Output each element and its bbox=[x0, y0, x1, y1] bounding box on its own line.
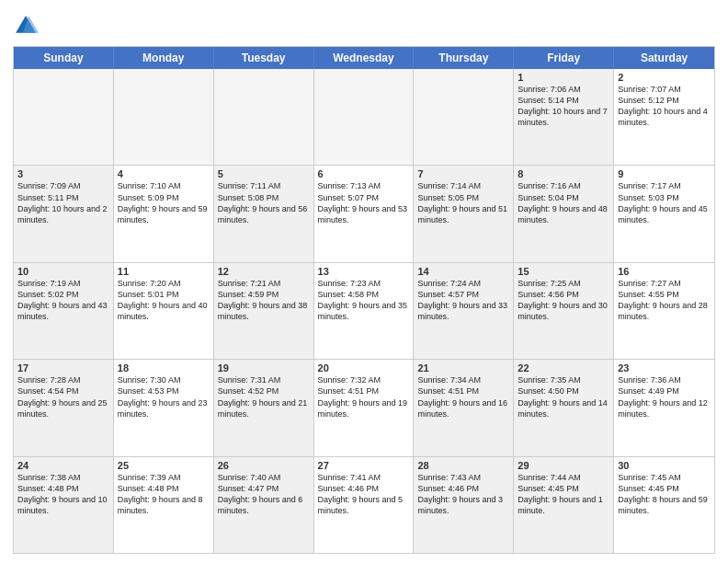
cell-info: Sunrise: 7:35 AM Sunset: 4:50 PM Dayligh… bbox=[518, 374, 609, 419]
day-number: 8 bbox=[518, 168, 609, 179]
day-number: 25 bbox=[118, 460, 210, 471]
cell-info: Sunrise: 7:13 AM Sunset: 5:07 PM Dayligh… bbox=[318, 180, 410, 225]
calendar-cell: 25Sunrise: 7:39 AM Sunset: 4:48 PM Dayli… bbox=[114, 457, 214, 553]
cell-info: Sunrise: 7:38 AM Sunset: 4:48 PM Dayligh… bbox=[17, 472, 109, 517]
day-number: 13 bbox=[318, 266, 410, 277]
header bbox=[13, 9, 715, 39]
cell-info: Sunrise: 7:17 AM Sunset: 5:03 PM Dayligh… bbox=[618, 180, 711, 225]
day-number: 30 bbox=[618, 460, 711, 471]
calendar-row-1: 3Sunrise: 7:09 AM Sunset: 5:11 PM Daylig… bbox=[14, 166, 714, 262]
cell-info: Sunrise: 7:21 AM Sunset: 4:59 PM Dayligh… bbox=[218, 278, 310, 323]
day-number: 6 bbox=[318, 168, 410, 179]
cell-info: Sunrise: 7:30 AM Sunset: 4:53 PM Dayligh… bbox=[118, 374, 210, 419]
cell-info: Sunrise: 7:20 AM Sunset: 5:01 PM Dayligh… bbox=[118, 278, 210, 323]
day-number: 22 bbox=[518, 362, 609, 373]
calendar-row-2: 10Sunrise: 7:19 AM Sunset: 5:02 PM Dayli… bbox=[14, 263, 714, 360]
calendar-cell: 10Sunrise: 7:19 AM Sunset: 5:02 PM Dayli… bbox=[14, 263, 114, 359]
calendar-header-wednesday: Wednesday bbox=[314, 47, 415, 69]
calendar-cell: 9Sunrise: 7:17 AM Sunset: 5:03 PM Daylig… bbox=[614, 166, 714, 261]
day-number: 27 bbox=[318, 460, 410, 471]
calendar-cell: 24Sunrise: 7:38 AM Sunset: 4:48 PM Dayli… bbox=[14, 457, 114, 553]
cell-info: Sunrise: 7:36 AM Sunset: 4:49 PM Dayligh… bbox=[618, 374, 711, 419]
calendar: SundayMondayTuesdayWednesdayThursdayFrid… bbox=[13, 46, 715, 554]
cell-info: Sunrise: 7:10 AM Sunset: 5:09 PM Dayligh… bbox=[118, 180, 210, 225]
calendar-cell: 30Sunrise: 7:45 AM Sunset: 4:45 PM Dayli… bbox=[614, 457, 714, 553]
calendar-cell: 29Sunrise: 7:44 AM Sunset: 4:45 PM Dayli… bbox=[514, 457, 614, 553]
calendar-header-saturday: Saturday bbox=[614, 47, 714, 69]
day-number: 29 bbox=[518, 460, 609, 471]
day-number: 9 bbox=[618, 168, 711, 179]
calendar-cell: 15Sunrise: 7:25 AM Sunset: 4:56 PM Dayli… bbox=[514, 263, 614, 359]
calendar-cell: 2Sunrise: 7:07 AM Sunset: 5:12 PM Daylig… bbox=[614, 69, 714, 165]
logo bbox=[13, 9, 42, 39]
calendar-cell: 12Sunrise: 7:21 AM Sunset: 4:59 PM Dayli… bbox=[214, 263, 314, 359]
calendar-row-3: 17Sunrise: 7:28 AM Sunset: 4:54 PM Dayli… bbox=[14, 360, 714, 456]
day-number: 16 bbox=[618, 266, 711, 277]
day-number: 1 bbox=[518, 72, 609, 83]
calendar-body: 1Sunrise: 7:06 AM Sunset: 5:14 PM Daylig… bbox=[14, 69, 714, 553]
cell-info: Sunrise: 7:23 AM Sunset: 4:58 PM Dayligh… bbox=[318, 278, 410, 323]
cell-info: Sunrise: 7:27 AM Sunset: 4:55 PM Dayligh… bbox=[618, 278, 711, 323]
cell-info: Sunrise: 7:09 AM Sunset: 5:11 PM Dayligh… bbox=[17, 180, 109, 225]
calendar-cell: 21Sunrise: 7:34 AM Sunset: 4:51 PM Dayli… bbox=[414, 360, 514, 455]
day-number: 23 bbox=[618, 362, 711, 373]
page: SundayMondayTuesdayWednesdayThursdayFrid… bbox=[0, 0, 728, 563]
calendar-header-thursday: Thursday bbox=[414, 47, 514, 69]
calendar-cell: 11Sunrise: 7:20 AM Sunset: 5:01 PM Dayli… bbox=[114, 263, 214, 359]
day-number: 19 bbox=[218, 362, 310, 373]
day-number: 26 bbox=[218, 460, 310, 471]
calendar-cell: 7Sunrise: 7:14 AM Sunset: 5:05 PM Daylig… bbox=[414, 166, 514, 261]
calendar-cell bbox=[314, 69, 415, 165]
calendar-cell: 5Sunrise: 7:11 AM Sunset: 5:08 PM Daylig… bbox=[214, 166, 314, 261]
logo-icon bbox=[13, 13, 39, 39]
day-number: 3 bbox=[17, 168, 109, 179]
calendar-header-friday: Friday bbox=[514, 47, 614, 69]
day-number: 21 bbox=[417, 362, 509, 373]
cell-info: Sunrise: 7:32 AM Sunset: 4:51 PM Dayligh… bbox=[318, 374, 410, 419]
day-number: 12 bbox=[218, 266, 310, 277]
calendar-cell bbox=[214, 69, 314, 165]
calendar-cell: 6Sunrise: 7:13 AM Sunset: 5:07 PM Daylig… bbox=[314, 166, 415, 261]
cell-info: Sunrise: 7:16 AM Sunset: 5:04 PM Dayligh… bbox=[518, 180, 609, 225]
day-number: 7 bbox=[417, 168, 509, 179]
cell-info: Sunrise: 7:43 AM Sunset: 4:46 PM Dayligh… bbox=[417, 472, 509, 517]
calendar-cell: 13Sunrise: 7:23 AM Sunset: 4:58 PM Dayli… bbox=[314, 263, 415, 359]
calendar-cell: 8Sunrise: 7:16 AM Sunset: 5:04 PM Daylig… bbox=[514, 166, 614, 261]
cell-info: Sunrise: 7:40 AM Sunset: 4:47 PM Dayligh… bbox=[218, 472, 310, 517]
cell-info: Sunrise: 7:31 AM Sunset: 4:52 PM Dayligh… bbox=[218, 374, 310, 419]
day-number: 15 bbox=[518, 266, 609, 277]
calendar-cell: 17Sunrise: 7:28 AM Sunset: 4:54 PM Dayli… bbox=[14, 360, 114, 455]
cell-info: Sunrise: 7:44 AM Sunset: 4:45 PM Dayligh… bbox=[518, 472, 609, 517]
day-number: 4 bbox=[118, 168, 210, 179]
cell-info: Sunrise: 7:45 AM Sunset: 4:45 PM Dayligh… bbox=[618, 472, 711, 517]
calendar-cell: 27Sunrise: 7:41 AM Sunset: 4:46 PM Dayli… bbox=[314, 457, 415, 553]
cell-info: Sunrise: 7:14 AM Sunset: 5:05 PM Dayligh… bbox=[417, 180, 509, 225]
calendar-cell: 14Sunrise: 7:24 AM Sunset: 4:57 PM Dayli… bbox=[414, 263, 514, 359]
cell-info: Sunrise: 7:06 AM Sunset: 5:14 PM Dayligh… bbox=[518, 84, 609, 129]
calendar-cell: 1Sunrise: 7:06 AM Sunset: 5:14 PM Daylig… bbox=[514, 69, 614, 165]
calendar-cell: 16Sunrise: 7:27 AM Sunset: 4:55 PM Dayli… bbox=[614, 263, 714, 359]
day-number: 20 bbox=[318, 362, 410, 373]
day-number: 10 bbox=[17, 266, 109, 277]
cell-info: Sunrise: 7:41 AM Sunset: 4:46 PM Dayligh… bbox=[318, 472, 410, 517]
cell-info: Sunrise: 7:24 AM Sunset: 4:57 PM Dayligh… bbox=[417, 278, 509, 323]
day-number: 24 bbox=[17, 460, 109, 471]
calendar-cell: 23Sunrise: 7:36 AM Sunset: 4:49 PM Dayli… bbox=[614, 360, 714, 455]
cell-info: Sunrise: 7:19 AM Sunset: 5:02 PM Dayligh… bbox=[17, 278, 109, 323]
calendar-cell bbox=[14, 69, 114, 165]
calendar-cell: 19Sunrise: 7:31 AM Sunset: 4:52 PM Dayli… bbox=[214, 360, 314, 455]
cell-info: Sunrise: 7:34 AM Sunset: 4:51 PM Dayligh… bbox=[417, 374, 509, 419]
calendar-cell: 18Sunrise: 7:30 AM Sunset: 4:53 PM Dayli… bbox=[114, 360, 214, 455]
calendar-cell: 4Sunrise: 7:10 AM Sunset: 5:09 PM Daylig… bbox=[114, 166, 214, 261]
calendar-cell bbox=[114, 69, 214, 165]
day-number: 28 bbox=[417, 460, 509, 471]
calendar-cell bbox=[414, 69, 514, 165]
day-number: 18 bbox=[118, 362, 210, 373]
calendar-header-monday: Monday bbox=[114, 47, 214, 69]
day-number: 17 bbox=[17, 362, 109, 373]
day-number: 11 bbox=[118, 266, 210, 277]
calendar-cell: 28Sunrise: 7:43 AM Sunset: 4:46 PM Dayli… bbox=[414, 457, 514, 553]
calendar-row-4: 24Sunrise: 7:38 AM Sunset: 4:48 PM Dayli… bbox=[14, 457, 714, 553]
day-number: 5 bbox=[218, 168, 310, 179]
calendar-cell: 22Sunrise: 7:35 AM Sunset: 4:50 PM Dayli… bbox=[514, 360, 614, 455]
